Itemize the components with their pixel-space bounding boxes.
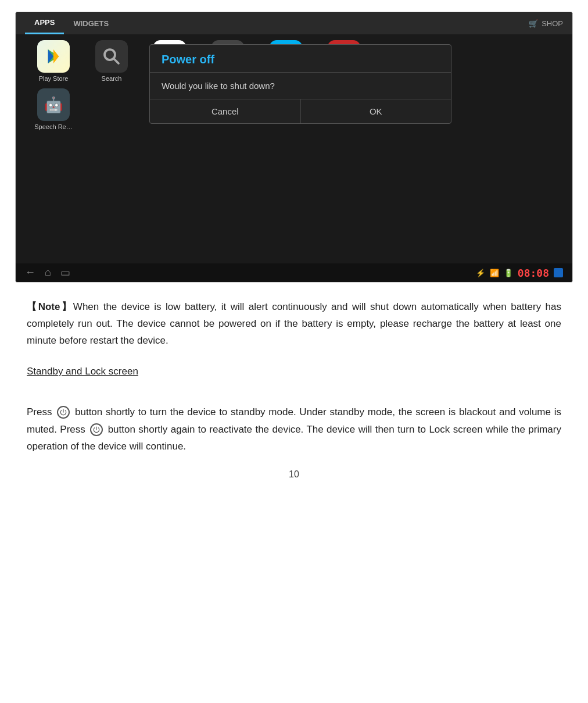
power-icon-1 [57,406,70,419]
dialog-title: Power off [150,45,451,73]
app-label: Play Store [39,75,69,83]
body-text-after2: button shortly again to reactivate the d… [27,424,561,452]
note-bracket: 【Note】 [27,301,73,312]
home-screen-area [16,135,572,263]
recents-button[interactable]: ▭ [60,266,70,279]
status-indicator [554,268,563,277]
tab-apps[interactable]: APPS [25,12,64,34]
playstore-icon [37,40,70,73]
section-heading-block: Standby and Lock screen [27,363,561,392]
shop-button[interactable]: 🛒 SHOP [529,19,563,28]
tab-widgets[interactable]: WIDGETS [64,12,118,34]
shop-icon: 🛒 [529,19,538,28]
nav-buttons: ← ⌂ ▭ [25,266,70,279]
clock-display: 08:08 [518,267,549,279]
speechrec-icon: 🤖 [37,88,70,121]
svg-marker-2 [53,49,59,63]
dialog-message: Would you like to shut down? [150,73,451,99]
back-button[interactable]: ← [25,266,35,279]
home-button[interactable]: ⌂ [45,266,51,279]
usb-icon: ⚡ [476,269,485,277]
app-drawer-bar: APPS WIDGETS 🛒 SHOP [16,12,572,34]
app-label: Search [102,75,122,83]
app-item-search1[interactable]: Search [85,40,138,83]
battery-icon: 🔋 [504,269,513,277]
app-label: Speech Re… [34,123,72,131]
section-heading: Standby and Lock screen [27,363,138,380]
dialog-buttons: Cancel OK [150,99,451,123]
note-text: When the device is low battery, it will … [27,301,561,346]
power-off-dialog: Power off Would you like to shut down? C… [149,44,451,124]
app-item-speechrec[interactable]: 🤖 Speech Re… [27,88,80,131]
note-paragraph: 【Note】When the device is low battery, it… [27,299,561,349]
dialog-cancel-button[interactable]: Cancel [150,99,301,123]
android-screenshot: APPS WIDGETS 🛒 SHOP Play Store Search G [15,12,573,283]
signal-icon: 📶 [490,269,499,277]
power-icon-2 [90,423,103,436]
status-right: ⚡ 📶 🔋 08:08 [476,267,563,279]
svg-line-4 [114,59,119,63]
text-content-area: 【Note】When the device is low battery, it… [15,299,573,455]
body-paragraph: Press button shortly to turn the device … [27,404,561,455]
dialog-ok-button[interactable]: OK [301,99,451,123]
page-number: 10 [0,469,588,491]
search1-icon [95,40,128,73]
body-text-before: Press [27,406,52,417]
app-item-playstore[interactable]: Play Store [27,40,80,83]
status-bar: ← ⌂ ▭ ⚡ 📶 🔋 08:08 [16,263,572,282]
